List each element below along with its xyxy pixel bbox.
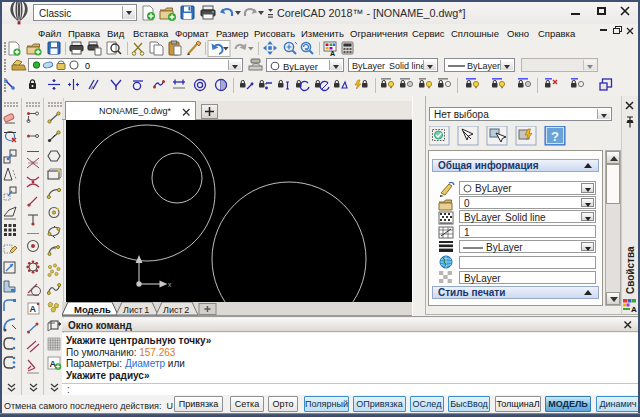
svg-text:A: A	[30, 304, 37, 314]
svg-text:?: ?	[551, 129, 559, 144]
svg-text:Лист 2: Лист 2	[163, 305, 189, 315]
svg-text:x: x	[168, 281, 172, 288]
svg-text:Лист 1: Лист 1	[123, 305, 149, 315]
svg-text:0: 0	[85, 61, 90, 71]
svg-text:A: A	[330, 50, 335, 57]
svg-text:Модель: Модель	[74, 304, 111, 315]
svg-text:A: A	[631, 305, 637, 313]
